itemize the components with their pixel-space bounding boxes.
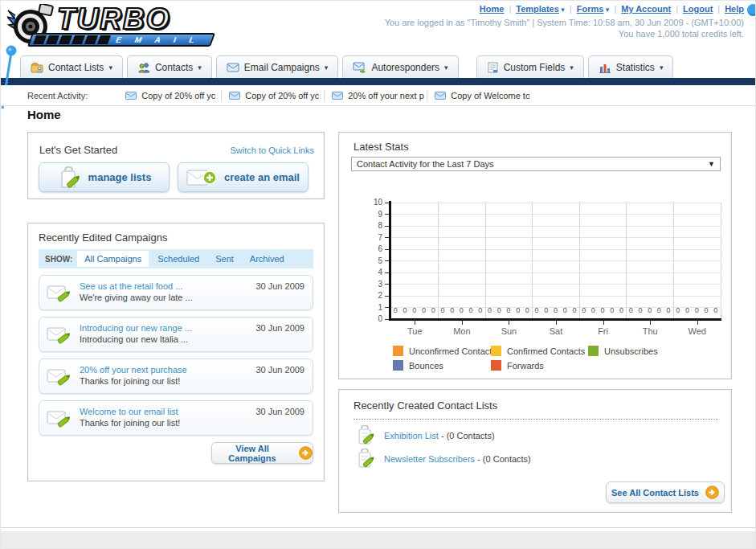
envelope-icon xyxy=(229,92,240,100)
y-axis-label: 8 xyxy=(365,221,382,230)
create-an-email-button[interactable]: create an email xyxy=(178,162,309,192)
arrow-circle-icon xyxy=(299,446,313,460)
recent-activity-item[interactable]: Copy of Welcome to xyxy=(427,91,529,100)
gridline-vertical xyxy=(438,203,439,319)
campaign-title-link[interactable]: Welcome to our email list xyxy=(80,407,178,416)
contact-list-count: - (0 Contacts) xyxy=(439,431,495,440)
nav-separator: | xyxy=(717,4,720,14)
campaign-tab-all-campaigns[interactable]: All Campaigns xyxy=(77,251,149,267)
chevron-down-icon: ▾ xyxy=(444,64,448,72)
contact-list-name-link[interactable]: Newsletter Subscribers xyxy=(384,454,475,464)
top-nav-logout[interactable]: Logout xyxy=(683,4,713,14)
tab-statistics[interactable]: Statistics▾ xyxy=(588,55,674,78)
campaign-filter-tabs: SHOW: All CampaignsScheduledSentArchived xyxy=(39,249,313,268)
campaign-tab-archived[interactable]: Archived xyxy=(243,251,292,267)
campaign-date: 30 Jun 2009 xyxy=(255,323,304,333)
logo-email-bar: E M A I L xyxy=(27,33,215,47)
top-nav-help[interactable]: Help xyxy=(725,4,744,14)
view-all-campaigns-button[interactable]: View All Campaigns xyxy=(211,442,313,464)
y-axis-line xyxy=(389,201,391,321)
top-nav-my-account[interactable]: My Account xyxy=(621,4,671,14)
contact-list-item[interactable]: Newsletter Subscribers - (0 Contacts) xyxy=(355,449,531,469)
y-axis-label: 6 xyxy=(365,244,382,253)
switch-to-quick-links-link[interactable]: Switch to Quick Links xyxy=(230,145,314,155)
campaign-subtitle: We're giving away our late ... xyxy=(80,293,193,302)
gridline-vertical xyxy=(721,203,721,319)
recent-activity-item-label: Copy of 20% off yc xyxy=(141,91,215,100)
chevron-down-icon: ▾ xyxy=(570,64,574,72)
tab-autoresponders[interactable]: Autoresponders▾ xyxy=(342,55,458,78)
legend-swatch-icon xyxy=(393,360,403,371)
tab-contacts[interactable]: Contacts▾ xyxy=(127,55,212,78)
main-nav: Contact Lists▾Contacts▾Email Campaigns▾A… xyxy=(1,51,756,78)
value-label: 0 xyxy=(450,306,454,314)
tab-label: Contact Lists xyxy=(48,62,104,73)
value-label: 0 xyxy=(610,306,614,314)
campaign-title-link[interactable]: 20% off your next purchase xyxy=(80,365,187,375)
recent-activity-item[interactable]: Copy of 20% off yc xyxy=(221,91,324,100)
footer-divider xyxy=(1,527,756,528)
top-nav-templates[interactable]: Templates xyxy=(516,4,559,14)
campaign-list-item[interactable]: See us at the retail food ...We're givin… xyxy=(39,275,313,310)
logo-speed-segments xyxy=(33,35,111,44)
legend-label: Unsubscribes xyxy=(604,346,658,356)
legend-swatch-icon xyxy=(393,346,403,356)
navy-divider-bar xyxy=(1,78,756,85)
tab-contact-lists[interactable]: Contact Lists▾ xyxy=(20,55,123,78)
gridline-vertical xyxy=(485,203,486,319)
campaign-tab-sent[interactable]: Sent xyxy=(208,251,241,267)
blue-dot-icon xyxy=(747,4,756,16)
manage-lists-button[interactable]: manage lists xyxy=(39,162,170,192)
x-axis-label: Tue xyxy=(391,326,438,336)
see-all-contact-lists-label: See All Contact Lists xyxy=(611,488,699,498)
tab-custom-fields[interactable]: Custom Fields▾ xyxy=(476,55,584,78)
campaign-title-link[interactable]: Introducing our new range ... xyxy=(80,323,192,333)
campaign-list-item[interactable]: 20% off your next purchaseThanks for joi… xyxy=(39,358,313,394)
x-axis-tick xyxy=(650,321,651,325)
chevron-down-icon: ▾ xyxy=(325,64,329,72)
lets-get-started-panel: Let's Get Started Switch to Quick Links … xyxy=(27,132,325,199)
show-label: SHOW: xyxy=(45,255,72,264)
app-logo: TURBO E M A I L xyxy=(7,2,224,49)
chevron-down-icon: ▾ xyxy=(603,6,609,14)
tab-email-campaigns[interactable]: Email Campaigns▾ xyxy=(216,55,339,78)
email-campaigns-icon xyxy=(227,63,239,72)
tab-label: Contacts xyxy=(155,62,193,73)
campaign-list-item[interactable]: Introducing our new range ...Introducing… xyxy=(39,317,313,352)
campaign-list-item[interactable]: Welcome to our email listThanks for join… xyxy=(39,400,313,436)
top-nav-home[interactable]: Home xyxy=(480,4,505,14)
recent-activity-item[interactable]: Copy of 20% off yc xyxy=(118,91,221,100)
value-label: 0 xyxy=(403,306,407,314)
campaign-tab-scheduled[interactable]: Scheduled xyxy=(150,251,206,267)
value-label: 0 xyxy=(554,306,558,314)
gridline-horizontal xyxy=(391,296,721,297)
see-all-contact-lists-button[interactable]: See All Contact Lists xyxy=(606,481,725,503)
nav-separator: | xyxy=(676,4,678,14)
recently-created-contact-lists-panel: Recently Created Contact Lists Exhibitio… xyxy=(338,389,732,513)
tab-label: Autoresponders xyxy=(371,62,439,73)
legend-item-forwards: Forwards xyxy=(491,360,544,371)
legend-label: Forwards xyxy=(507,361,544,371)
tab-label: Custom Fields xyxy=(504,62,566,73)
top-nav-forms[interactable]: Forms xyxy=(577,4,604,14)
x-axis-tick xyxy=(415,321,415,325)
logo-subtitle: E M A I L xyxy=(108,35,213,44)
gridline-horizontal xyxy=(391,237,721,238)
manage-lists-icon xyxy=(57,166,81,189)
recent-activity-item[interactable]: 20% off your next p xyxy=(324,91,427,100)
campaign-title-link[interactable]: See us at the retail food ... xyxy=(80,281,182,291)
contact-list-item[interactable]: Exhibition List - (0 Contacts) xyxy=(355,425,495,446)
value-label: 0 xyxy=(525,306,529,314)
envelope-icon xyxy=(125,92,137,100)
value-label: 0 xyxy=(676,306,680,314)
envelope-icon xyxy=(332,92,343,100)
contact-activity-chart: 01234567891000000Tue00000Mon00000Sun0000… xyxy=(339,133,733,380)
arrow-circle-icon xyxy=(705,485,719,499)
campaign-subtitle: Thanks for joining our list! xyxy=(80,376,180,386)
value-label: 0 xyxy=(460,306,464,314)
contact-list-name-link[interactable]: Exhibition List xyxy=(384,431,439,440)
button-label: manage lists xyxy=(88,171,152,183)
value-label: 0 xyxy=(535,306,539,314)
campaign-date: 30 Jun 2009 xyxy=(255,365,304,375)
campaign-subtitle: Introducing our new Italia ... xyxy=(80,334,188,344)
